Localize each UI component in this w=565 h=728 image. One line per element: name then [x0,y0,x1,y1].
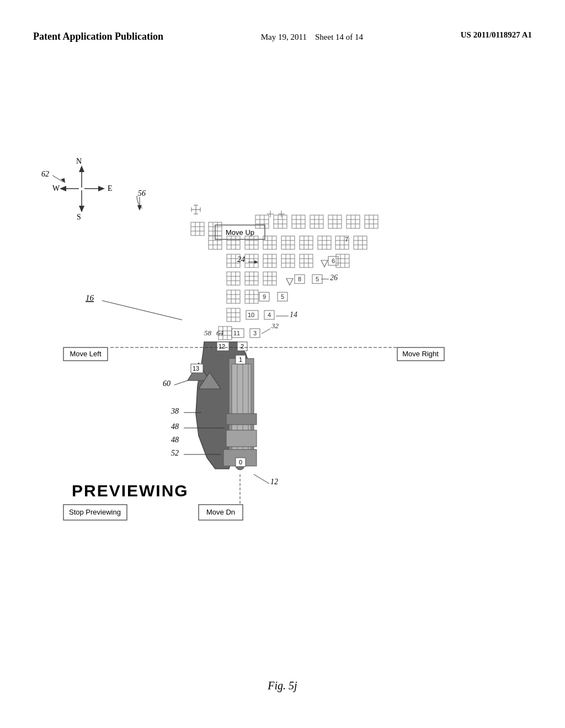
svg-text:9: 9 [263,293,266,300]
svg-text:16: 16 [86,293,94,302]
svg-rect-164 [263,272,276,285]
svg-line-218 [262,329,270,334]
svg-text:8: 8 [298,276,301,282]
svg-text:W: W [52,184,60,192]
svg-text:58: 58 [204,329,212,337]
svg-line-205 [102,301,182,320]
svg-marker-146 [321,260,328,267]
svg-text:2: 2 [241,343,244,350]
svg-text:64: 64 [216,329,224,337]
svg-line-242 [174,381,188,385]
svg-rect-45 [274,215,287,228]
header: Patent Application Publication May 19, 2… [0,30,565,44]
svg-marker-7 [60,186,66,191]
svg-rect-55 [310,215,323,228]
svg-text:56: 56 [138,189,146,197]
svg-rect-60 [328,215,342,228]
svg-text:4: 4 [268,312,271,318]
svg-text:6: 6 [332,258,335,264]
patent-publication-title: Patent Application Publication [33,31,163,42]
svg-rect-90 [263,236,276,249]
svg-marker-169 [286,279,293,285]
svg-text:62: 62 [41,170,49,178]
svg-rect-181 [245,290,258,303]
svg-rect-116 [354,236,367,249]
page: Patent Application Publication May 19, 2… [0,0,565,728]
svg-text:48: 48 [171,436,179,444]
svg-rect-131 [263,254,276,267]
svg-rect-50 [292,215,305,228]
svg-text:5: 5 [316,276,319,282]
svg-text:5: 5 [281,293,284,300]
svg-text:24: 24 [237,255,245,264]
svg-line-251 [254,474,269,484]
svg-text:E: E [108,184,113,192]
svg-text:60: 60 [163,379,170,388]
svg-text:Move Left: Move Left [70,350,101,358]
svg-text:11: 11 [233,330,240,336]
patent-number: US 2011/0118927 A1 [461,30,532,39]
svg-text:32: 32 [271,322,279,330]
svg-text:S: S [77,213,81,221]
svg-text:7: 7 [345,236,348,243]
svg-text:12: 12 [270,478,278,486]
svg-rect-100 [300,236,313,249]
svg-rect-154 [227,272,240,285]
svg-text:13: 13 [193,365,199,372]
svg-rect-141 [300,254,313,267]
svg-text:14: 14 [290,311,297,319]
svg-rect-30 [191,222,204,235]
svg-text:Stop Previewing: Stop Previewing [69,508,121,516]
svg-rect-225 [226,414,257,425]
svg-text:26: 26 [330,274,338,282]
svg-rect-126 [245,254,258,267]
header-left: Patent Application Publication [33,30,163,43]
svg-rect-159 [245,272,258,285]
svg-rect-105 [318,236,331,249]
header-right: US 2011/0118927 A1 [461,30,532,40]
svg-rect-226 [226,430,257,447]
svg-text:Move Right: Move Right [402,350,439,358]
svg-rect-190 [227,308,240,322]
svg-text:10: 10 [248,312,254,318]
svg-text:1: 1 [239,356,242,363]
svg-rect-65 [347,215,360,228]
publication-date: May 19, 2011 [261,33,307,41]
figure-caption: Fig. 5j [268,679,297,692]
svg-text:PREVIEWING: PREVIEWING [72,481,189,500]
svg-rect-70 [365,215,378,228]
svg-text:3: 3 [253,330,257,336]
svg-text:38: 38 [170,407,179,415]
svg-rect-95 [281,236,295,249]
svg-text:48: 48 [171,422,179,431]
sheet-info: Sheet 14 of 14 [315,33,363,41]
svg-rect-136 [281,254,295,267]
svg-rect-176 [227,290,240,303]
svg-text:0: 0 [239,459,242,465]
header-center: May 19, 2011 Sheet 14 of 14 [261,30,363,44]
svg-text:12: 12 [218,343,225,350]
svg-marker-5 [98,186,105,191]
svg-text:Move Up: Move Up [226,228,254,237]
svg-text:Move Dn: Move Dn [206,508,235,516]
diagram-svg: N S E W 62 56 Move Up [0,72,565,651]
svg-text:52: 52 [171,449,179,457]
svg-text:N: N [76,157,82,165]
svg-marker-1 [79,165,84,172]
svg-marker-3 [79,206,84,212]
svg-line-13 [52,175,63,182]
